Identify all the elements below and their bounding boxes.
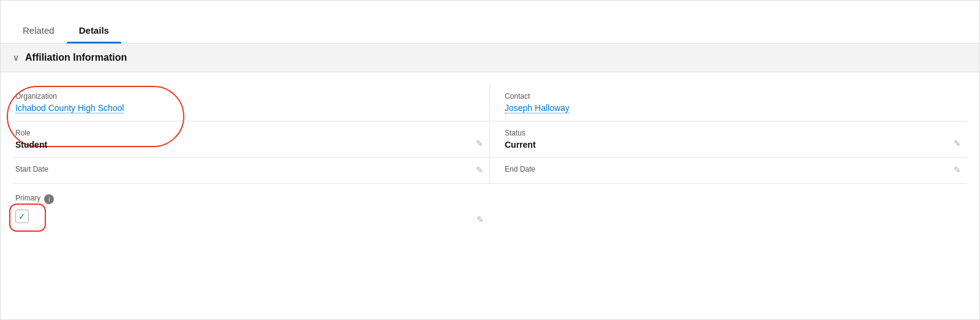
field-empty-right [490, 184, 967, 233]
fields-row-4: Primary i ✓ ✎ [13, 184, 967, 233]
end-date-label: End Date [505, 165, 943, 173]
contact-value[interactable]: Joseph Halloway [505, 103, 570, 113]
field-role: Role Student ✎ [13, 121, 490, 157]
tabs-bar: Related Details [1, 1, 979, 44]
page-container: Related Details ∨ Affiliation Informatio… [0, 0, 980, 320]
primary-label-row: Primary i [15, 194, 480, 205]
end-date-edit-icon[interactable]: ✎ [954, 165, 961, 175]
organization-value[interactable]: Ichabod County High School [15, 103, 124, 113]
field-organization: Organization Ichabod County High School [13, 85, 490, 121]
chevron-icon: ∨ [13, 53, 19, 63]
contact-label: Contact [505, 92, 943, 101]
primary-info-icon[interactable]: i [44, 194, 54, 204]
start-date-edit-icon[interactable]: ✎ [476, 165, 483, 175]
field-start-date: Start Date ✎ [13, 158, 490, 183]
status-value: Current [505, 140, 943, 150]
status-edit-icon[interactable]: ✎ [954, 139, 961, 148]
role-value: Student [15, 140, 465, 150]
primary-checkbox[interactable]: ✓ [15, 210, 29, 223]
org-field-wrapper: Ichabod County High School [15, 103, 124, 113]
check-icon: ✓ [18, 211, 26, 221]
field-contact: Contact Joseph Halloway [490, 85, 967, 121]
tab-related[interactable]: Related [10, 18, 67, 43]
primary-label: Primary [15, 194, 40, 202]
section-header[interactable]: ∨ Affiliation Information [1, 44, 979, 72]
role-label: Role [15, 129, 465, 137]
checkbox-wrapper: ✓ [15, 210, 29, 223]
organization-label: Organization [15, 92, 465, 101]
field-status: Status Current ✎ [490, 121, 967, 157]
fields-row-2: Role Student ✎ Status Current ✎ [13, 121, 967, 157]
role-edit-icon[interactable]: ✎ [476, 139, 483, 148]
field-end-date: End Date ✎ [490, 158, 967, 183]
content-area: Organization Ichabod County High School … [1, 72, 979, 233]
fields-row-1: Organization Ichabod County High School … [13, 85, 967, 121]
fields-row-3: Start Date ✎ End Date ✎ [13, 158, 967, 183]
primary-edit-icon[interactable]: ✎ [477, 215, 484, 224]
section-title: Affiliation Information [25, 52, 127, 63]
status-label: Status [505, 129, 943, 137]
field-primary: Primary i ✓ ✎ [13, 184, 490, 233]
tab-details[interactable]: Details [67, 18, 121, 43]
start-date-label: Start Date [15, 165, 465, 173]
